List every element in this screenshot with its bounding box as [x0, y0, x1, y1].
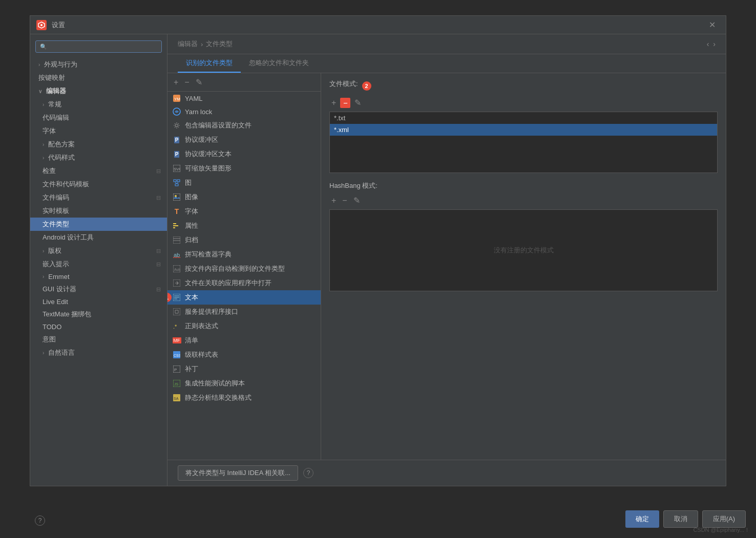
file-type-label: 图 — [185, 178, 192, 187]
file-type-label: 集成性能测试的脚本 — [185, 379, 245, 388]
edit-file-type-button[interactable]: ✎ — [194, 76, 204, 88]
gear-icon — [173, 121, 181, 130]
add-hashbang-button[interactable]: + — [329, 195, 338, 206]
remove-pattern-button[interactable]: − — [340, 98, 350, 108]
search-input[interactable] — [50, 43, 157, 50]
sidebar-item-file-encoding[interactable]: 文件编码 ⊟ — [30, 191, 167, 204]
file-types-list: YML YAML Yarn lo — [167, 92, 321, 460]
sidebar-item-font[interactable]: 字体 — [30, 124, 167, 138]
sidebar-item-emmet[interactable]: › Emmet — [30, 271, 167, 283]
list-item[interactable]: 包含编辑器设置的文件 — [167, 118, 321, 133]
sidebar-item-natural-lang[interactable]: › 自然语言 — [30, 346, 167, 359]
list-item[interactable]: SA 静态分析结果交换格式 — [167, 391, 321, 405]
sidebar-item-keymap[interactable]: 按键映射 — [30, 71, 167, 84]
list-item[interactable]: 图像 — [167, 190, 321, 204]
sidebar-item-todo[interactable]: TODO — [30, 321, 167, 333]
sidebar-item-intention[interactable]: 意图 — [30, 333, 167, 346]
remove-file-type-button[interactable]: − — [182, 77, 191, 88]
list-item[interactable]: .* 正则表达式 — [167, 319, 321, 333]
list-item[interactable]: 属性 — [167, 219, 321, 233]
list-item[interactable]: ab 拼写检查器字典 — [167, 247, 321, 262]
associate-button[interactable]: 将文件类型与 IntelliJ IDEA 相关联... — [178, 465, 298, 481]
sidebar-item-file-templates[interactable]: 文件和代码模板 — [30, 178, 167, 191]
badge-icon: ⊟ — [156, 195, 161, 201]
list-item[interactable]: P 协议缓冲区 — [167, 133, 321, 147]
sidebar-item-code-style[interactable]: › 代码样式 — [30, 151, 167, 164]
svg-rect-16 — [173, 225, 178, 226]
pattern-item[interactable]: *.xml — [330, 124, 717, 136]
sidebar-label: Live Edit — [43, 298, 68, 306]
pattern-item[interactable]: *.txt — [330, 112, 717, 124]
file-types-list-panel: + − ✎ YML YAML — [167, 73, 321, 460]
tab-ignored[interactable]: 忽略的文件和文件夹 — [241, 54, 317, 73]
sidebar-item-copyright[interactable]: › 版权 ⊟ — [30, 244, 167, 257]
svg-rect-13 — [173, 193, 180, 201]
remove-hashbang-button[interactable]: − — [340, 195, 349, 206]
sidebar-item-file-types[interactable]: 文件类型 — [30, 218, 167, 231]
list-item[interactable]: CSS 级联样式表 — [167, 348, 321, 362]
sidebar-item-general[interactable]: › 常规 — [30, 98, 167, 111]
sidebar-label: 配色方案 — [48, 140, 75, 149]
p-text-icon: P — [173, 150, 181, 158]
cancel-button[interactable]: 取消 — [663, 510, 698, 528]
file-type-label: 正则表达式 — [185, 321, 218, 331]
sidebar-item-editor[interactable]: ∨ 编辑器 — [30, 84, 167, 98]
help-button[interactable]: ? — [35, 515, 45, 526]
list-item[interactable]: 服务提供程序接口 — [167, 305, 321, 319]
sidebar-item-textmate[interactable]: TextMate 捆绑包 — [30, 308, 167, 321]
search-box[interactable]: 🔍 — [35, 40, 162, 53]
sidebar-label: TODO — [43, 323, 61, 331]
app-icon — [36, 20, 47, 30]
svg-text:YML: YML — [174, 97, 180, 101]
file-type-label: 包含编辑器设置的文件 — [185, 121, 251, 130]
back-button[interactable]: ‹ — [707, 40, 709, 48]
sidebar-item-live-templates[interactable]: 实时模板 — [30, 204, 167, 218]
sidebar-item-android-design[interactable]: Android 设计工具 — [30, 231, 167, 244]
list-item[interactable]: Auto 按文件内容自动检测到的文件类型 — [167, 262, 321, 276]
list-item[interactable]: P 协议缓冲区文本 — [167, 147, 321, 161]
sidebar-item-appearance[interactable]: › 外观与行为 — [30, 58, 167, 71]
forward-button[interactable]: › — [713, 40, 716, 48]
image-icon — [173, 193, 181, 201]
list-item[interactable]: 文件在关联的应用程序中打开 — [167, 276, 321, 290]
svg-rect-29 — [173, 308, 180, 315]
list-item[interactable]: 文本 1 — [167, 290, 321, 305]
properties-icon — [173, 222, 181, 230]
sidebar-item-color-scheme[interactable]: › 配色方案 — [30, 138, 167, 151]
arrow-icon: › — [43, 102, 44, 107]
add-pattern-button[interactable]: + — [329, 97, 338, 109]
arrow-icon: › — [38, 62, 40, 68]
sidebar-item-live-edit[interactable]: Live Edit — [30, 296, 167, 308]
hashbang-toolbar: + − ✎ — [329, 195, 718, 206]
sidebar-label: 自然语言 — [48, 348, 75, 357]
add-file-type-button[interactable]: + — [172, 77, 180, 88]
confirm-button[interactable]: 确定 — [625, 510, 659, 528]
edit-hashbang-button[interactable]: ✎ — [351, 195, 362, 206]
sidebar-item-inlay-hints[interactable]: 嵌入提示 ⊟ — [30, 257, 167, 271]
list-item[interactable]: Yarn lock — [167, 105, 321, 118]
list-item[interactable]: T 字体 — [167, 204, 321, 219]
svg-rect-15 — [173, 223, 176, 224]
apply-button[interactable]: 应用(A) — [702, 510, 746, 528]
sidebar-item-code-edit[interactable]: 代码编辑 — [30, 111, 167, 124]
list-item[interactable]: MF 清单 — [167, 333, 321, 348]
list-item[interactable]: SVG 可缩放矢量图形 — [167, 161, 321, 176]
svg-text:P: P — [174, 368, 177, 372]
css-icon: CSS — [173, 351, 181, 359]
arrow-icon: › — [43, 274, 44, 279]
help-icon[interactable]: ? — [303, 468, 313, 478]
list-item[interactable]: 图 — [167, 176, 321, 190]
svg-text:.*: .* — [173, 324, 177, 330]
close-button[interactable]: ✕ — [705, 18, 720, 32]
sidebar-label: Android 设计工具 — [43, 233, 94, 242]
sidebar-item-inspections[interactable]: 检查 ⊟ — [30, 164, 167, 178]
edit-pattern-button[interactable]: ✎ — [352, 97, 363, 109]
tab-recognized[interactable]: 识别的文件类型 — [178, 54, 241, 73]
list-item[interactable]: 归档 — [167, 233, 321, 247]
list-item[interactable]: JS 集成性能测试的脚本 — [167, 376, 321, 391]
list-item[interactable]: YML YAML — [167, 92, 321, 105]
list-item[interactable]: P 补丁 — [167, 362, 321, 376]
main-panel: 编辑器 › 文件类型 ‹ › 识别的文件类型 忽略的文件和文件夹 + — [167, 34, 726, 486]
sidebar-item-gui-designer[interactable]: GUI 设计器 ⊟ — [30, 283, 167, 296]
sidebar-label: 实时模板 — [43, 206, 69, 216]
